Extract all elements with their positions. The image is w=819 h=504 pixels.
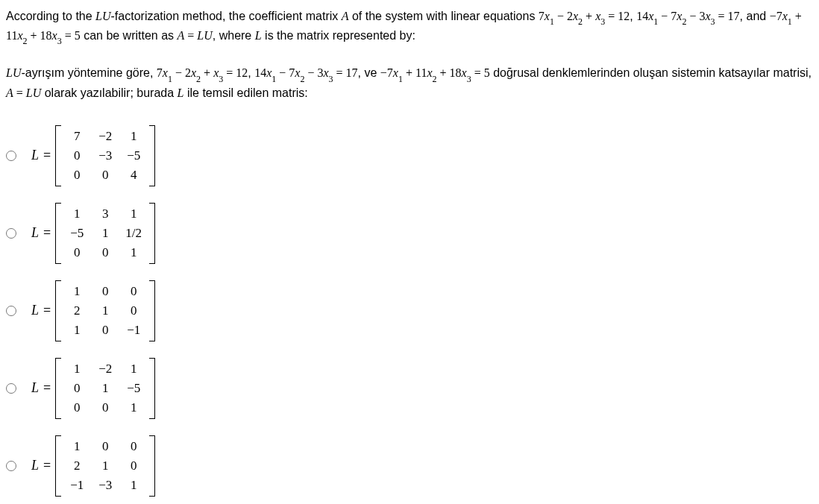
matrix-cell: 3: [91, 204, 119, 224]
bracket-right-icon: [149, 435, 155, 497]
matrix-cell: 1: [119, 476, 148, 495]
matrix-expression: L=10021010−1: [31, 280, 155, 341]
matrix-cell: 0: [63, 398, 91, 418]
matrix-cell: 1: [119, 127, 148, 146]
matrix-A: A: [342, 10, 349, 22]
bracket-left-icon: [55, 203, 61, 264]
matrix-cell: −3: [91, 146, 119, 166]
matrix-cell: −1: [63, 476, 91, 495]
option-radio[interactable]: [6, 461, 16, 471]
bracket-left-icon: [55, 435, 61, 497]
matrix-expression: L=7−210−3−5004: [31, 125, 155, 186]
matrix-cell: 1: [119, 398, 148, 418]
matrix-cell: 0: [119, 282, 148, 301]
matrix-cell: −3: [91, 476, 119, 495]
L-label: L: [31, 380, 39, 396]
matrix-cell: 0: [63, 379, 91, 398]
equation-3-tr: −7x1 + 11x2 + 18x3 = 5: [380, 66, 490, 79]
matrix-cell: 1: [63, 437, 91, 456]
L-label: L: [31, 458, 39, 473]
bracket-right-icon: [149, 280, 155, 341]
bracket-right-icon: [149, 203, 155, 264]
L-label: L: [31, 303, 39, 318]
bracket-left-icon: [55, 280, 61, 341]
bracket-left-icon: [55, 125, 61, 186]
matrix: 7−210−3−5004: [55, 125, 155, 186]
matrix-cell: 1: [63, 282, 91, 301]
matrix-cell: 1: [119, 359, 148, 379]
equation-1: 7x1 − 2x2 + x3 = 12: [539, 10, 630, 22]
L-label: L: [31, 148, 39, 163]
A-eq-LU: A = LU: [178, 29, 213, 42]
matrix: 10021010−1: [55, 280, 155, 341]
LU-text-tr: LU: [6, 66, 21, 79]
matrix-cell: 1: [91, 456, 119, 476]
matrix-cell: 0: [91, 437, 119, 456]
question-english: According to the LU-factorization method…: [6, 7, 813, 46]
matrix-expression: L=131−511/2001: [31, 203, 155, 264]
equals-sign: =: [43, 148, 51, 163]
matrix-cell: −5: [119, 379, 148, 398]
equation-2-tr: 14x1 − 7x2 − 3x3 = 17: [254, 66, 357, 79]
equals-sign: =: [43, 225, 51, 241]
bracket-right-icon: [149, 358, 155, 419]
option-radio[interactable]: [6, 383, 16, 394]
matrix-table: 100210−1−31: [63, 437, 148, 495]
matrix-cell: 0: [119, 437, 148, 456]
matrix-cell: 1: [119, 204, 148, 224]
matrix-cell: 0: [91, 243, 119, 262]
matrix-cell: 1: [63, 321, 91, 340]
option-row: L=131−511/2001: [6, 198, 813, 269]
L-symbol: L: [255, 29, 262, 42]
matrix-expression: L=1−2101−5001: [31, 358, 155, 419]
option-row: L=10021010−1: [6, 275, 813, 347]
matrix: 1−2101−5001: [55, 358, 155, 419]
matrix-cell: −1: [119, 321, 148, 340]
matrix-table: 131−511/2001: [63, 204, 148, 262]
matrix-cell: 2: [63, 301, 91, 321]
matrix-table: 10021010−1: [63, 282, 148, 340]
equals-sign: =: [43, 380, 51, 396]
matrix-table: 7−210−3−5004: [63, 127, 148, 185]
matrix-cell: 1: [63, 359, 91, 379]
matrix-cell: −5: [63, 224, 91, 243]
options-list: L=7−210−3−5004L=131−511/2001L=10021010−1…: [6, 120, 813, 502]
matrix-cell: 0: [91, 398, 119, 418]
option-radio[interactable]: [6, 228, 16, 239]
matrix-cell: 1/2: [119, 224, 148, 243]
matrix-cell: 0: [91, 282, 119, 301]
equals-sign: =: [43, 303, 51, 318]
matrix-cell: 0: [63, 146, 91, 166]
matrix-cell: 1: [91, 379, 119, 398]
option-radio[interactable]: [6, 306, 16, 316]
matrix-expression: L=100210−1−31: [31, 435, 155, 497]
matrix-cell: 7: [63, 127, 91, 146]
option-row: L=7−210−3−5004: [6, 120, 813, 192]
matrix-cell: −2: [91, 359, 119, 379]
matrix-cell: 0: [91, 321, 119, 340]
matrix-table: 1−2101−5001: [63, 359, 148, 418]
LU-text: LU: [95, 10, 110, 22]
option-row: L=100210−1−31: [6, 430, 813, 502]
matrix-cell: 1: [91, 301, 119, 321]
matrix-cell: 1: [63, 204, 91, 224]
option-row: L=1−2101−5001: [6, 353, 813, 424]
equation-2: 14x1 − 7x2 − 3x3 = 17: [636, 10, 739, 22]
matrix: 131−511/2001: [55, 203, 155, 264]
equals-sign: =: [43, 458, 51, 473]
matrix-cell: 0: [63, 166, 91, 185]
matrix-cell: 2: [63, 456, 91, 476]
matrix-cell: −2: [91, 127, 119, 146]
bracket-left-icon: [55, 358, 61, 419]
bracket-right-icon: [149, 125, 155, 186]
option-radio[interactable]: [6, 151, 16, 161]
matrix-cell: 0: [91, 166, 119, 185]
L-label: L: [31, 225, 39, 241]
A-eq-LU-tr: A = LU: [6, 86, 41, 99]
matrix-cell: 1: [119, 243, 148, 262]
matrix-cell: 1: [91, 224, 119, 243]
matrix-cell: 0: [63, 243, 91, 262]
matrix-cell: −5: [119, 146, 148, 166]
matrix: 100210−1−31: [55, 435, 155, 497]
question-turkish: LU-ayrışım yöntemine göre, 7x1 − 2x2 + x…: [6, 64, 813, 101]
